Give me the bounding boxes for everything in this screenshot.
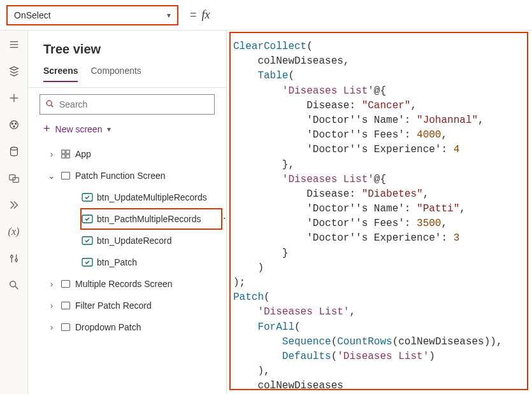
button-control-icon [82, 213, 93, 225]
chevron-down-icon: ▾ [167, 11, 171, 20]
svg-point-16 [10, 281, 15, 287]
search-icon [45, 99, 54, 110]
chevron-down-icon: ▾ [107, 125, 111, 134]
tab-screens[interactable]: Screens [43, 66, 78, 82]
tree-view-icon[interactable] [8, 65, 20, 78]
property-selector-value: OnSelect [14, 10, 51, 20]
power-automate-icon[interactable] [8, 199, 20, 211]
search-input-wrapper[interactable] [40, 94, 215, 115]
tree-item-label: btn_PacthMultipleRecords [97, 214, 201, 224]
caret-right-icon: › [47, 322, 56, 332]
app-icon [60, 148, 71, 160]
tab-components[interactable]: Components [90, 66, 141, 82]
svg-point-18 [47, 101, 52, 106]
tree-item-btn-patch[interactable]: btn_Patch [28, 251, 226, 273]
svg-point-7 [15, 123, 16, 124]
property-selector[interactable]: OnSelect ▾ [6, 5, 178, 25]
equals-label: = [190, 8, 197, 22]
fx-label: fx [202, 8, 210, 22]
tree-view-panel: Tree view Screens Components + New scree… [28, 31, 227, 394]
tree-item-label: btn_UpdateMultipleRecords [97, 192, 207, 202]
new-screen-button[interactable]: + New screen ▾ [28, 118, 226, 141]
button-control-icon [82, 192, 93, 203]
button-control-icon [82, 235, 93, 246]
left-rail: (x) [0, 31, 28, 394]
tree-item-label: Multiple Records Screen [75, 279, 173, 289]
variables-icon[interactable]: (x) [8, 225, 20, 238]
tree-item-label: btn_UpdateRecord [97, 236, 172, 246]
hamburger-icon[interactable] [8, 38, 20, 51]
tree-item-patch-screen[interactable]: ⌄ Patch Function Screen [28, 165, 226, 186]
svg-rect-21 [66, 150, 69, 153]
search-rail-icon[interactable] [8, 279, 20, 292]
tree-item-label: Patch Function Screen [75, 171, 166, 181]
screen-icon [60, 300, 71, 311]
advanced-tools-icon[interactable] [8, 252, 20, 265]
tree-item-multi-records[interactable]: › Multiple Records Screen [28, 273, 226, 295]
tree-item-btn-update[interactable]: btn_UpdateRecord [28, 230, 226, 251]
screen-icon [60, 321, 71, 333]
tree-item-btn-update-multi[interactable]: btn_UpdateMultipleRecords [28, 186, 226, 208]
tree-list: › App ⌄ Patch Function Screen btn_Update… [28, 141, 226, 394]
caret-right-icon: › [47, 149, 56, 159]
search-input[interactable] [59, 99, 209, 109]
svg-point-14 [10, 256, 13, 258]
screen-icon [60, 170, 71, 181]
caret-right-icon: › [47, 300, 56, 311]
svg-rect-20 [62, 150, 65, 153]
data-icon[interactable] [8, 145, 20, 158]
svg-point-6 [11, 123, 13, 124]
media-icon[interactable] [8, 172, 20, 185]
tree-item-dropdown-patch[interactable]: › Dropdown Patch [28, 316, 226, 338]
tree-item-label: Filter Patch Record [75, 300, 152, 311]
svg-point-9 [10, 147, 17, 150]
theme-icon[interactable] [8, 118, 20, 131]
tree-item-app[interactable]: › App [28, 143, 226, 165]
tree-item-label: App [75, 149, 91, 159]
tree-item-filter-patch[interactable]: › Filter Patch Record [28, 295, 226, 316]
formula-bar[interactable]: ClearCollect( colNewDiseases, Table( 'Di… [227, 31, 532, 394]
tree-item-label: Dropdown Patch [75, 322, 141, 332]
svg-line-19 [51, 105, 53, 107]
tree-item-label: btn_Patch [97, 257, 137, 267]
formula-code[interactable]: ClearCollect( colNewDiseases, Table( 'Di… [227, 31, 532, 394]
svg-point-15 [15, 259, 17, 262]
button-control-icon [82, 257, 93, 268]
caret-down-icon: ⌄ [47, 171, 56, 181]
svg-rect-23 [66, 155, 69, 158]
tree-view-title: Tree view [28, 42, 226, 66]
more-options-icon[interactable]: ··· [223, 213, 226, 223]
new-screen-label: New screen [55, 124, 103, 134]
screen-icon [60, 278, 71, 290]
caret-right-icon: › [47, 279, 56, 289]
svg-point-8 [13, 126, 14, 127]
svg-rect-22 [62, 155, 65, 158]
insert-icon[interactable] [8, 92, 20, 104]
plus-icon: + [43, 122, 50, 136]
svg-line-17 [15, 286, 18, 290]
tree-item-btn-patch-multi[interactable]: btn_PacthMultipleRecords ··· [28, 208, 226, 230]
